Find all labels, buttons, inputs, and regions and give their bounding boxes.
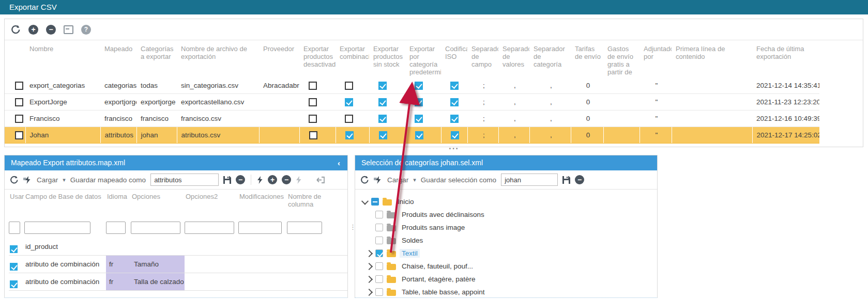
load-button[interactable]: Cargar bbox=[387, 176, 408, 184]
add-icon[interactable]: + bbox=[28, 25, 38, 35]
row-select-checkbox[interactable] bbox=[15, 98, 23, 106]
load-mapping-icon[interactable] bbox=[23, 176, 32, 184]
help-icon[interactable]: ? bbox=[81, 25, 91, 35]
filter-modificaciones-input[interactable] bbox=[238, 222, 282, 234]
mapping-name-input[interactable] bbox=[150, 174, 219, 186]
checkbox-desactivados[interactable] bbox=[309, 82, 317, 90]
category-label[interactable]: Textil bbox=[400, 249, 420, 258]
tree-item[interactable]: Produits avec déclinaisons bbox=[355, 208, 657, 221]
filter-usar-input[interactable] bbox=[9, 222, 20, 234]
col-primera-linea[interactable]: Primera línea de contenido bbox=[672, 40, 752, 77]
save-icon[interactable] bbox=[562, 176, 570, 184]
collapse-panel-icon[interactable]: ‹ bbox=[338, 155, 340, 170]
apply-disabled-icon[interactable] bbox=[296, 176, 302, 184]
tree-item[interactable]: Soldes bbox=[355, 234, 657, 247]
refresh-icon[interactable] bbox=[10, 176, 19, 184]
chevron-right-icon[interactable] bbox=[366, 288, 373, 295]
filter-nombre-columna-input[interactable] bbox=[287, 222, 322, 234]
row-select-checkbox[interactable] bbox=[15, 131, 23, 139]
checkbox-desactivados[interactable] bbox=[309, 98, 317, 106]
tree-item[interactable]: Portant, étagère, patère bbox=[355, 273, 657, 286]
refresh-icon[interactable] bbox=[11, 25, 21, 35]
category-checkbox[interactable] bbox=[375, 262, 383, 270]
table-row[interactable]: ExportJorge exportjorge exportjorge expo… bbox=[5, 94, 819, 111]
category-label[interactable]: Soldes bbox=[400, 236, 425, 245]
checkbox-por-categoria[interactable] bbox=[415, 98, 423, 106]
col-sep-campo[interactable]: Separador de campo bbox=[467, 40, 498, 77]
category-checkbox[interactable] bbox=[375, 224, 383, 231]
tree-item-inicio[interactable]: Inicio bbox=[355, 195, 657, 208]
col-gastos[interactable]: Gastos de envío gratis a partir de bbox=[603, 40, 639, 77]
filter-opciones-input[interactable] bbox=[131, 222, 180, 234]
col-sep-valores[interactable]: Separador de valores bbox=[498, 40, 529, 77]
tree-item[interactable]: Produits sans image bbox=[355, 221, 657, 234]
col-categorias[interactable]: Categorías a exportar bbox=[136, 40, 177, 77]
use-field-checkbox[interactable] bbox=[10, 280, 18, 288]
category-checkbox[interactable] bbox=[375, 211, 383, 218]
category-label[interactable]: Inicio bbox=[395, 197, 416, 206]
remove-selection-icon[interactable]: − bbox=[575, 175, 584, 184]
col-desactivados[interactable]: Exportar productos desactivados bbox=[299, 40, 336, 77]
load-selection-icon[interactable] bbox=[374, 176, 383, 184]
col-archivo[interactable]: Nombre de archivo de exportación bbox=[177, 40, 259, 77]
col-nombre[interactable]: Nombre bbox=[25, 40, 100, 77]
checkbox-por-categoria[interactable] bbox=[415, 131, 423, 139]
category-checkbox[interactable] bbox=[371, 198, 379, 206]
category-label[interactable]: Portant, étagère, patère bbox=[400, 275, 478, 284]
remove-row-icon[interactable]: − bbox=[282, 175, 291, 184]
checkbox-por-categoria[interactable] bbox=[415, 115, 423, 123]
checkbox-combinaciones[interactable] bbox=[345, 98, 353, 106]
table-row[interactable]: export_categorias categorias todas sin_c… bbox=[5, 77, 819, 94]
checkbox-combinaciones[interactable] bbox=[345, 115, 353, 123]
checkbox-iso[interactable] bbox=[451, 131, 459, 139]
checkbox-desactivados[interactable] bbox=[309, 115, 317, 123]
col-sep-categoria[interactable]: Separador de categoría bbox=[529, 40, 571, 77]
undo-icon[interactable] bbox=[316, 176, 325, 184]
filter-opciones2-input[interactable] bbox=[185, 222, 234, 234]
col-por-categoria[interactable]: Exportar por categoría predeterminada bbox=[405, 40, 441, 77]
checkbox-sin-stock[interactable] bbox=[378, 98, 387, 106]
col-proveedor[interactable]: Proveedor bbox=[259, 40, 299, 77]
checkbox-iso[interactable] bbox=[450, 115, 459, 123]
category-checkbox[interactable] bbox=[375, 237, 383, 244]
checkbox-sin-stock[interactable] bbox=[378, 115, 387, 123]
checkbox-por-categoria[interactable] bbox=[415, 82, 423, 90]
save-selection-button[interactable]: Guardar selección como bbox=[421, 176, 496, 184]
caret-down-icon[interactable]: ▾ bbox=[63, 177, 66, 183]
tree-item-textil[interactable]: Textil bbox=[355, 247, 657, 260]
apply-icon[interactable] bbox=[257, 176, 263, 184]
checkbox-combinaciones[interactable] bbox=[345, 131, 354, 139]
checkbox-combinaciones[interactable] bbox=[345, 82, 353, 90]
mapping-row[interactable]: atributo de combinación fr Talla de calz… bbox=[9, 273, 347, 291]
checkbox-desactivados[interactable] bbox=[309, 131, 317, 139]
category-checkbox[interactable] bbox=[375, 249, 383, 257]
col-fecha[interactable]: Fecha de última exportación bbox=[752, 40, 819, 77]
checkbox-sin-stock[interactable] bbox=[378, 82, 387, 90]
col-codificacion-iso[interactable]: Codificación ISO bbox=[441, 40, 467, 77]
save-mapping-button[interactable]: Guardar mapeado como bbox=[70, 176, 146, 184]
use-field-checkbox[interactable] bbox=[10, 263, 18, 271]
chevron-right-icon[interactable] bbox=[366, 249, 373, 257]
refresh-icon[interactable] bbox=[360, 176, 369, 184]
category-label[interactable]: Chaise, fauteuil, pouf... bbox=[400, 262, 475, 271]
chevron-right-icon[interactable] bbox=[366, 275, 373, 282]
caret-down-icon[interactable]: ▾ bbox=[413, 177, 416, 183]
col-tarifas[interactable]: Tarifas de envío bbox=[571, 40, 603, 77]
col-combinaciones[interactable]: Exportar combinaciones bbox=[336, 40, 369, 77]
horizontal-resize-handle[interactable]: ··· bbox=[449, 144, 459, 154]
remove-mapping-icon[interactable]: − bbox=[236, 175, 245, 184]
category-checkbox[interactable] bbox=[375, 275, 383, 283]
mapping-row[interactable]: id_product bbox=[9, 238, 347, 256]
filter-campo-input[interactable] bbox=[24, 222, 90, 234]
row-select-checkbox[interactable] bbox=[15, 115, 23, 123]
category-checkbox[interactable] bbox=[375, 288, 383, 296]
checkbox-iso[interactable] bbox=[450, 98, 459, 106]
selection-name-input[interactable] bbox=[501, 174, 558, 186]
table-row[interactable]: Francisco francisco francisco francisco.… bbox=[5, 111, 819, 127]
load-button[interactable]: Cargar bbox=[37, 176, 58, 184]
save-icon[interactable] bbox=[223, 176, 231, 184]
category-label[interactable]: Produits avec déclinaisons bbox=[400, 210, 486, 219]
category-label[interactable]: Table, table basse, appoint bbox=[400, 288, 487, 296]
tree-item[interactable]: Table, table basse, appoint bbox=[355, 286, 657, 298]
layout-icon[interactable] bbox=[64, 25, 73, 34]
